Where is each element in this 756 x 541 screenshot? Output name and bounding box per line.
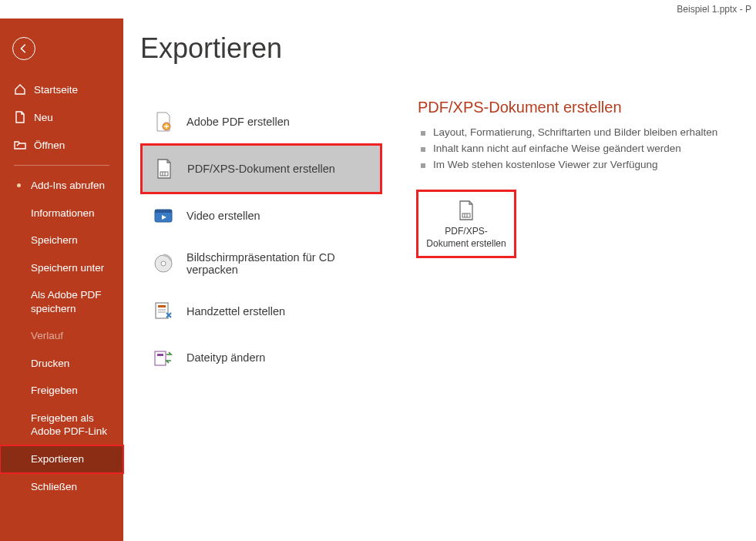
export-option-label: Handzettel erstellen	[186, 305, 285, 318]
detail-bullet: Layout, Formatierung, Schriftarten und B…	[418, 124, 741, 140]
export-option[interactable]: Bildschirmpräsentation für CD verpacken	[142, 239, 381, 288]
detail-bullets: Layout, Formatierung, Schriftarten und B…	[418, 124, 741, 173]
arrow-left-icon	[18, 43, 29, 54]
create-pdfxps-button[interactable]: PDF/XPS- Dokument erstellen	[418, 191, 515, 257]
adobe-pdf-icon	[153, 111, 174, 133]
detail-heading: PDF/XPS-Dokument erstellen	[418, 99, 741, 116]
sidebar-item[interactable]: Informationen	[0, 200, 123, 227]
action-button-label: PDF/XPS- Dokument erstellen	[423, 226, 509, 250]
titlebar: Beispiel 1.pptx - P	[0, 0, 756, 18]
export-option-label: Video erstellen	[186, 210, 260, 222]
export-option[interactable]: Dateityp ändern	[142, 334, 381, 381]
sidebar-item[interactable]: Freigeben als Adobe PDF-Link	[0, 405, 123, 445]
window-title: Beispiel 1.pptx - P	[677, 0, 756, 18]
change-type-icon	[153, 347, 174, 368]
export-option[interactable]: Handzettel erstellen	[142, 288, 381, 334]
export-option[interactable]: Adobe PDF erstellen	[142, 99, 381, 145]
export-option[interactable]: PDF/XPS-Dokument erstellen	[142, 145, 381, 193]
sidebar-item[interactable]: Exportieren	[0, 445, 123, 473]
detail-bullet: Inhalt kann nicht auf einfache Weise geä…	[418, 140, 741, 156]
svg-rect-5	[155, 210, 172, 213]
sidebar-item[interactable]: Schließen	[0, 473, 123, 501]
back-button[interactable]	[12, 37, 35, 60]
export-option-label: Dateityp ändern	[186, 351, 265, 364]
sidebar-item-label: Neu	[34, 112, 53, 123]
svg-rect-13	[155, 351, 166, 365]
page-title: Exportieren	[140, 32, 282, 65]
video-icon	[153, 205, 174, 227]
sidebar-item-label: Öffnen	[34, 139, 65, 151]
svg-rect-14	[157, 354, 163, 356]
sidebar-item-label: Startseite	[34, 84, 78, 96]
export-detail-panel: PDF/XPS-Dokument erstellen Layout, Forma…	[418, 99, 741, 526]
svg-point-8	[161, 261, 166, 266]
nav-divider	[14, 165, 109, 166]
sidebar-item[interactable]: Speichern	[0, 227, 123, 254]
sidebar-item-home[interactable]: Startseite	[0, 76, 123, 103]
export-option-label: Adobe PDF erstellen	[186, 116, 290, 128]
export-options-list: Adobe PDF erstellenPDF/XPS-Dokument erst…	[142, 99, 381, 526]
export-option-label: PDF/XPS-Dokument erstellen	[187, 163, 335, 175]
pdfxps-icon	[153, 158, 175, 180]
content-area: Exportieren Adobe PDF erstellenPDF/XPS-D…	[123, 18, 756, 541]
sidebar-item-new-file[interactable]: Neu	[0, 103, 123, 131]
sidebar-item-open-folder[interactable]: Öffnen	[0, 131, 123, 159]
handout-icon	[153, 301, 174, 322]
sidebar-item[interactable]: Add-Ins abrufen	[0, 172, 123, 200]
detail-bullet: Im Web stehen kostenlose Viewer zur Verf…	[418, 156, 741, 173]
cd-icon	[153, 253, 174, 274]
sidebar-item[interactable]: Drucken	[0, 350, 123, 378]
sidebar-item[interactable]: Freigeben	[0, 377, 123, 405]
sidebar-item[interactable]: Als Adobe PDF speichern	[0, 281, 123, 322]
export-option[interactable]: Video erstellen	[142, 193, 381, 239]
export-option-label: Bildschirmpräsentation für CD verpacken	[186, 251, 370, 276]
sidebar-item[interactable]: Speichern unter	[0, 254, 123, 282]
backstage-sidebar: StartseiteNeuÖffnen Add-Ins abrufenInfor…	[0, 18, 123, 541]
pdfxps-doc-icon	[423, 200, 509, 221]
sidebar-item: Verlauf	[0, 322, 123, 350]
svg-rect-10	[158, 305, 166, 307]
